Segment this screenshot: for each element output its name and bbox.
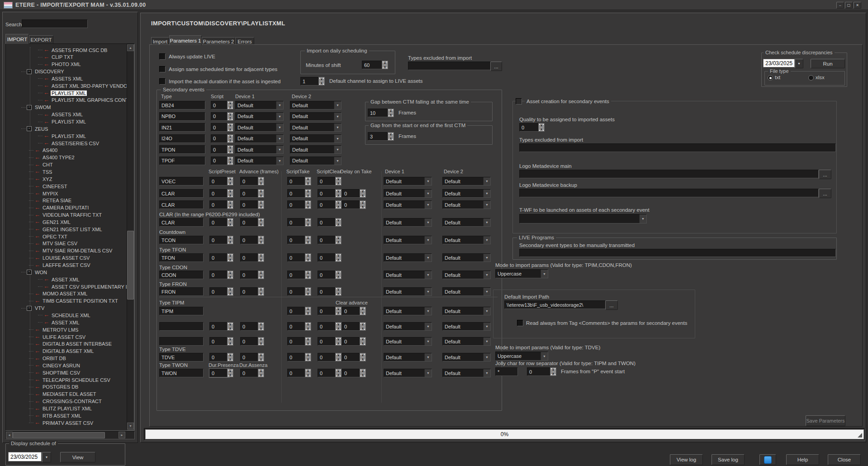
device1-dropdown[interactable]: Default▼ (235, 157, 284, 165)
save-log-button[interactable]: Save log (711, 454, 745, 465)
quality-input[interactable]: 0 (519, 123, 540, 132)
tree-item[interactable]: POSTGRES DB (42, 384, 79, 390)
script-clear-input-spin[interactable]: ▲▼ (335, 200, 342, 209)
spin-up-icon[interactable]: ▲ (258, 219, 264, 223)
script-clear-input[interactable]: 0 (318, 177, 337, 185)
spin-up-icon[interactable]: ▲ (305, 177, 311, 181)
spin-up-icon[interactable]: ▲ (228, 323, 233, 327)
advance-frames-input[interactable]: 0 (240, 287, 260, 296)
delay-on-take-input[interactable]: 0 (342, 189, 361, 198)
spin-up-icon[interactable]: ▲ (305, 190, 311, 194)
tree-item[interactable]: ASSET XML 3RD-PARTY VENDOI (51, 82, 130, 89)
spin-down-icon[interactable]: ▼ (228, 116, 233, 120)
script-preset-input-spin[interactable]: ▲▼ (227, 369, 233, 377)
script-clear-input-spin[interactable]: ▲▼ (335, 353, 342, 361)
spin-down-icon[interactable]: ▼ (336, 373, 341, 377)
spin-up-icon[interactable]: ▲ (336, 288, 341, 292)
device2-dropdown[interactable]: Default▼ (442, 236, 491, 244)
script-input-spin[interactable]: ▲▼ (227, 157, 233, 165)
minutes-of-shift-input[interactable]: 60 (362, 61, 384, 69)
device2-dropdown[interactable]: Default▼ (442, 189, 491, 198)
advance-frames-input-spin[interactable]: ▲▼ (258, 287, 264, 296)
script-clear-input-spin[interactable]: ▲▼ (335, 271, 342, 279)
spin-up-icon[interactable]: ▲ (228, 177, 233, 181)
event-name-input[interactable]: TWON (159, 369, 204, 377)
tree-collapse-icon[interactable]: - (27, 126, 32, 131)
spin-down-icon[interactable]: ▼ (305, 258, 311, 262)
event-type-input[interactable]: I24O (159, 134, 205, 143)
tree-hscroll-thumb[interactable] (13, 432, 105, 438)
script-clear-input-spin[interactable]: ▲▼ (335, 177, 342, 185)
script-preset-input[interactable]: 0 (209, 236, 229, 244)
script-preset-input[interactable]: 0 (209, 200, 229, 209)
device1-dropdown[interactable]: Default▼ (235, 112, 284, 121)
spin-down-icon[interactable]: ▼ (336, 327, 341, 331)
script-take-input-spin[interactable]: ▲▼ (305, 307, 311, 315)
device1-dropdown[interactable]: Default▼ (384, 271, 432, 279)
spin-down-icon[interactable]: ▼ (336, 205, 341, 209)
spin-down-icon[interactable]: ▼ (336, 275, 341, 279)
spin-up-icon[interactable]: ▲ (228, 157, 233, 161)
device2-dropdown[interactable]: Default▼ (442, 307, 491, 315)
tree-item[interactable]: DISCOVERY (34, 68, 65, 75)
spin-up-icon[interactable]: ▲ (336, 353, 341, 357)
script-clear-input[interactable]: 0 (318, 287, 337, 296)
spin-down-icon[interactable]: ▼ (336, 357, 341, 361)
spin-up-icon[interactable]: ▲ (228, 338, 233, 342)
tree-item[interactable]: PLAYLIST XML GRAPHICS CONT (51, 97, 129, 104)
types-excluded-top-input[interactable] (408, 62, 491, 70)
spin-up-icon[interactable]: ▲ (336, 190, 341, 194)
script-input[interactable]: 0 (211, 101, 229, 109)
tree-collapse-icon[interactable]: - (27, 69, 32, 74)
event-type-input[interactable]: TPON (159, 145, 205, 154)
device2-dropdown[interactable]: Default▼ (442, 322, 491, 331)
script-clear-input-spin[interactable]: ▲▼ (335, 253, 342, 262)
spin-down-icon[interactable]: ▼ (305, 327, 311, 331)
tree-item[interactable]: PRIMATV ASSET CSV (42, 419, 94, 426)
tree-item[interactable]: ASSET XML (51, 319, 81, 326)
script-take-input[interactable]: 0 (287, 307, 307, 315)
script-clear-input[interactable]: 0 (318, 253, 337, 262)
script-take-input[interactable]: 0 (287, 200, 307, 209)
script-preset-input[interactable]: 0 (209, 353, 229, 361)
gap-first-ctm-input[interactable]: 3 (368, 132, 389, 141)
event-name-input[interactable]: CLAR (159, 189, 204, 198)
script-clear-input[interactable]: 0 (318, 189, 337, 198)
spin-up-icon[interactable]: ▲ (228, 135, 233, 139)
script-clear-input[interactable]: 0 (318, 322, 337, 331)
scroll-down-icon[interactable]: ▼ (127, 423, 134, 429)
logo-metadevice-backup-input[interactable] (519, 189, 819, 197)
script-preset-input-spin[interactable]: ▲▼ (227, 189, 233, 198)
spin-up-icon[interactable]: ▲ (305, 338, 311, 342)
spin-down-icon[interactable]: ▼ (305, 223, 311, 227)
tree-item[interactable]: LAEFFE ASSET CSV (42, 262, 91, 269)
spin-up-icon[interactable]: ▲ (336, 307, 341, 311)
event-name-input[interactable]: CLAR (159, 200, 204, 209)
script-preset-input-spin[interactable]: ▲▼ (227, 287, 233, 296)
script-take-input-spin[interactable]: ▲▼ (305, 177, 311, 185)
spin-down-icon[interactable]: ▼ (228, 205, 233, 209)
spin-down-icon[interactable]: ▼ (360, 194, 365, 198)
script-take-input[interactable]: 0 (287, 253, 307, 262)
minimize-button[interactable]: – (836, 2, 844, 9)
always-update-live-checkbox[interactable] (159, 53, 166, 60)
script-preset-input[interactable]: 0 (209, 322, 229, 331)
device2-dropdown[interactable]: Default▼ (290, 157, 342, 165)
script-preset-input[interactable]: 0 (209, 177, 229, 185)
spin-up-icon[interactable]: ▲ (258, 236, 264, 240)
advance-frames-input-spin[interactable]: ▲▼ (258, 200, 264, 209)
spin-down-icon[interactable]: ▼ (258, 327, 264, 331)
language-icon-button[interactable] (759, 454, 776, 465)
tree-item[interactable]: VIDEOLINA TRAFFIC TXT (42, 212, 103, 219)
spin-up-icon[interactable]: ▲ (228, 124, 233, 128)
script-preset-input-spin[interactable]: ▲▼ (227, 337, 233, 346)
script-preset-input-spin[interactable]: ▲▼ (227, 177, 233, 185)
tree-item[interactable]: MTV SIAE ROM-DETAILS CSV (42, 247, 113, 254)
spin-down-icon[interactable]: ▼ (305, 205, 311, 209)
spin-up-icon[interactable]: ▲ (305, 201, 311, 205)
spin-down-icon[interactable]: ▼ (228, 128, 233, 132)
tree-item[interactable]: MYPIX (42, 190, 59, 197)
spin-down-icon[interactable]: ▼ (305, 240, 311, 244)
spin-down-icon[interactable]: ▼ (228, 240, 233, 244)
tree-item[interactable]: CHT (42, 162, 54, 168)
